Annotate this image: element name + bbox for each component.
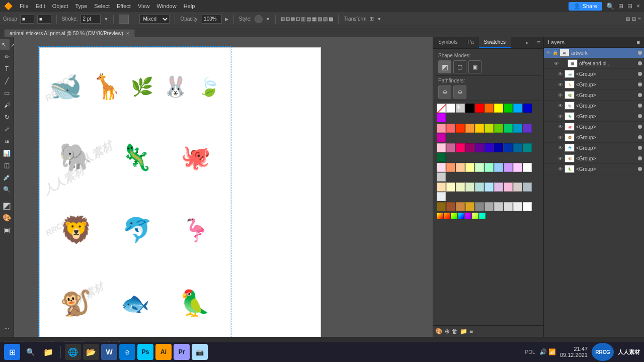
shape-mode-1[interactable]: ◩ xyxy=(438,60,451,73)
swatch-e2[interactable] xyxy=(446,163,455,172)
screen-mode[interactable]: ▣ xyxy=(2,224,13,235)
swatch-g3[interactable] xyxy=(456,202,465,211)
layer-group-3[interactable]: 👁 🌿 <Group> xyxy=(544,90,644,101)
search-icon[interactable]: 🔍 xyxy=(606,3,614,10)
opacity-arrow[interactable]: ▶ xyxy=(225,17,228,22)
swatch-g9[interactable] xyxy=(513,202,522,211)
layer-group-5[interactable]: 👁 🦎 <Group> xyxy=(544,111,644,122)
swatch-s7[interactable] xyxy=(479,213,486,219)
menu-effect[interactable]: Effect xyxy=(117,3,131,9)
panel-btn-3[interactable]: ≡ xyxy=(638,16,641,22)
swatch-g4[interactable] xyxy=(465,202,474,211)
align-btn-5[interactable]: ▥ xyxy=(301,16,305,22)
panel-btn-1[interactable]: ⊞ xyxy=(626,16,630,22)
lock-offset[interactable]: 🔒 xyxy=(560,61,566,66)
transform-icon[interactable]: ⊞ xyxy=(369,16,374,22)
stroke-arrow[interactable]: ▼ xyxy=(104,17,108,22)
tab-pa[interactable]: Pa xyxy=(462,37,478,48)
swatch-f11[interactable] xyxy=(437,192,446,201)
layer-offset[interactable]: 👁 🔒 ▦ offset and bl... xyxy=(544,58,644,69)
pen-tool[interactable]: ✏ xyxy=(2,51,13,62)
layer-group-6[interactable]: 👁 🐙 <Group> xyxy=(544,122,644,132)
swatch-s4[interactable] xyxy=(458,213,464,219)
selection-tool[interactable]: ↖ xyxy=(0,39,10,50)
group-input-1[interactable] xyxy=(20,15,34,24)
swatch-d4[interactable] xyxy=(465,143,474,152)
workspace-icon[interactable]: ⊟ xyxy=(627,3,632,10)
pathfinder-2[interactable]: ⊖ xyxy=(453,85,466,99)
menu-help[interactable]: Help xyxy=(184,3,195,9)
eye-g2[interactable]: 👁 xyxy=(558,82,563,87)
swatch-c8[interactable] xyxy=(504,124,513,133)
swatch-c4[interactable] xyxy=(465,124,474,133)
swatch-green[interactable] xyxy=(504,104,513,113)
eye-g5[interactable]: 👁 xyxy=(558,114,563,119)
menu-file[interactable]: File xyxy=(20,3,29,9)
taskbar-ai[interactable]: Ai xyxy=(155,344,172,360)
swatch-c2[interactable] xyxy=(446,124,455,133)
scale-tool[interactable]: ⤢ xyxy=(2,124,13,135)
warp-tool[interactable]: ≋ xyxy=(2,136,13,147)
layers-menu-icon[interactable]: ≡ xyxy=(637,39,640,45)
swatch-e5[interactable] xyxy=(475,163,484,172)
menu-edit[interactable]: Edit xyxy=(36,3,45,9)
share-button[interactable]: 👤 Share xyxy=(569,2,602,11)
swatch-f8[interactable] xyxy=(504,183,513,192)
eye-g6[interactable]: 👁 xyxy=(558,124,563,130)
collapse-icon[interactable]: × xyxy=(636,3,640,10)
taskbar-edge[interactable]: e xyxy=(119,344,135,360)
more-tools[interactable]: ··· xyxy=(2,323,13,334)
rectangle-tool[interactable]: ▭ xyxy=(2,87,13,99)
rotate-tool[interactable]: ↻ xyxy=(2,112,13,123)
layer-group-1[interactable]: 👁 🐋 <Group> xyxy=(544,69,644,79)
menu-view[interactable]: View xyxy=(138,3,150,9)
swatch-e10[interactable] xyxy=(523,163,532,172)
swatch-d8[interactable] xyxy=(504,143,513,152)
taskbar-browser[interactable]: 🌐 xyxy=(65,344,81,360)
eyedropper-tool[interactable]: 💉 xyxy=(2,172,13,183)
swatch-f10[interactable] xyxy=(523,183,532,192)
layer-group-9[interactable]: 👁 🐒 <Group> xyxy=(544,153,644,164)
swatch-blue[interactable] xyxy=(513,104,522,113)
layer-group-4[interactable]: 👁 🐘 <Group> xyxy=(544,101,644,111)
swatch-darkblue[interactable] xyxy=(523,104,532,113)
swatch-e11[interactable] xyxy=(437,172,446,182)
swatch-f3[interactable] xyxy=(456,183,465,192)
swatch-f4[interactable] xyxy=(465,183,474,192)
align-btn-8[interactable]: ▧ xyxy=(317,16,322,22)
fill-stroke[interactable]: ◩ xyxy=(2,200,13,211)
shape-mode-2[interactable]: ▢ xyxy=(453,60,466,73)
swatch-none[interactable] xyxy=(437,104,446,113)
tab-swatches[interactable]: Swatches xyxy=(479,37,511,48)
swatch-e4[interactable] xyxy=(465,163,474,172)
menu-object[interactable]: Object xyxy=(52,3,68,9)
eye-g8[interactable]: 👁 xyxy=(558,145,563,151)
swatches-btn-2[interactable]: ⊕ xyxy=(445,328,450,335)
eye-offset[interactable]: 👁 xyxy=(554,61,559,66)
align-btn-1[interactable]: ⊞ xyxy=(281,16,285,22)
layer-group-2[interactable]: 👁 🦒 <Group> xyxy=(544,79,644,90)
swatch-orange[interactable] xyxy=(485,104,494,113)
tray-icons[interactable]: 🔊 📶 xyxy=(539,348,556,355)
type-tool[interactable]: T xyxy=(2,63,13,74)
swatch-white[interactable] xyxy=(446,104,455,113)
align-btn-3[interactable]: ⊠ xyxy=(291,16,295,22)
swatch-e6[interactable] xyxy=(485,163,494,172)
swatch-e7[interactable] xyxy=(494,163,503,172)
eye-g10[interactable]: 👁 xyxy=(558,166,563,172)
align-btn-7[interactable]: ▦ xyxy=(312,16,316,22)
swatch-s3[interactable] xyxy=(451,213,457,219)
swatch-c7[interactable] xyxy=(494,124,503,133)
panel-expand-icon[interactable]: » xyxy=(522,37,532,48)
swatch-d11[interactable] xyxy=(437,153,446,162)
style-swatch[interactable] xyxy=(255,15,263,23)
swatch-f1[interactable] xyxy=(437,183,446,192)
layer-group-8[interactable]: 👁 🐬 <Group> xyxy=(544,143,644,153)
swatch-c11[interactable] xyxy=(437,133,446,142)
menu-select[interactable]: Select xyxy=(94,3,110,9)
eye-g3[interactable]: 👁 xyxy=(558,93,563,98)
layer-group-7[interactable]: 👁 🦁 <Group> xyxy=(544,132,644,143)
panel-menu-icon[interactable]: ≡ xyxy=(534,37,543,48)
canvas-area[interactable]: RRCG 人人素材 RRCG 人人素材 🐋 🦒 🌿 🐰 🍃 🐘 🦎 🐙 xyxy=(14,37,433,337)
swatch-g1[interactable] xyxy=(437,202,446,211)
